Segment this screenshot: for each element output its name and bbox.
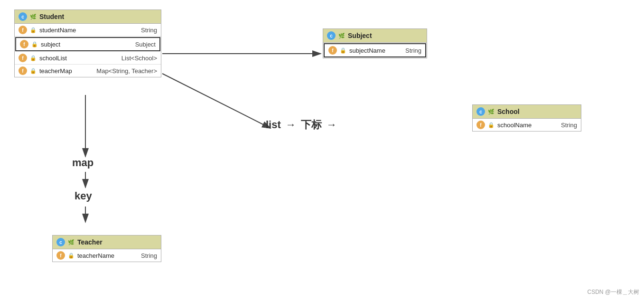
watermark: CSDN @一棵＿大树 [587,288,639,296]
field-type-teachername: String [141,252,157,259]
subject-class-name: Subject [348,32,372,39]
f-badge-1: f [19,26,27,34]
student-c-badge: c [19,12,27,21]
student-field-teachermap: f 🔒 teacherMap Map<String, Teacher> [15,65,161,77]
field-type-subjectname: String [405,47,421,54]
teacher-class-box: c 🌿 Teacher f 🔒 teacherName String [52,235,161,262]
student-field-studentname: f 🔒 studentName String [15,24,161,37]
field-type-schoolname: String [561,122,577,129]
student-class-header: c 🌿 Student [15,10,161,24]
diagram-container: c 🌿 Student f 🔒 studentName String f 🔒 s… [0,0,644,301]
lock-icon-2: 🔒 [31,41,38,47]
f-badge-3: f [19,54,27,62]
lock-icon-5: 🔒 [340,47,346,54]
svg-line-2 [162,74,271,128]
f-badge-2: f [20,40,28,48]
lock-icon-6: 🔒 [488,122,495,128]
list-subscript-label: list → 下标 → [266,118,337,132]
school-class-header: c 🌿 School [473,105,581,119]
lock-icon-3: 🔒 [30,55,37,61]
student-tree-icon: 🌿 [30,14,37,20]
f-badge-6: f [476,121,485,129]
field-type-subject: Subject [135,41,156,48]
subject-class-box: c 🌿 Subject f 🔒 subjectName String [323,28,427,58]
field-type-studentname: String [141,27,157,34]
field-type-teachermap: Map<String, Teacher> [96,67,157,75]
field-name-subjectname: subjectName [349,47,402,54]
f-badge-7: f [56,251,65,260]
field-name-subject: subject [41,41,132,48]
school-field-schoolname: f 🔒 schoolName String [473,119,581,131]
field-name-schoollist: schoolList [39,55,119,62]
arrow-1: → [286,119,296,131]
subject-c-badge: c [327,31,336,40]
school-c-badge: c [476,107,485,116]
field-type-schoollist: List<School> [121,55,157,62]
subject-tree-icon: 🌿 [338,33,345,39]
student-class-box: c 🌿 Student f 🔒 studentName String f 🔒 s… [14,9,161,77]
subscript-label: 下标 [301,118,322,132]
f-badge-4: f [19,66,27,75]
teacher-class-name: Teacher [77,238,103,246]
arrow-2: → [327,119,337,131]
lock-icon-4: 🔒 [30,68,37,74]
student-field-subject: f 🔒 subject Subject [15,37,160,51]
student-class-name: Student [39,13,64,20]
lock-icon-7: 🔒 [68,253,75,259]
teacher-tree-icon: 🌿 [68,239,75,245]
school-tree-icon: 🌿 [488,109,495,115]
student-field-schoollist: f 🔒 schoolList List<School> [15,52,161,65]
subject-class-header: c 🌿 Subject [323,29,427,43]
list-label: list [266,119,281,131]
key-label: key [75,190,92,202]
lock-icon-1: 🔒 [30,27,37,33]
school-class-box: c 🌿 School f 🔒 schoolName String [472,104,581,132]
teacher-class-header: c 🌿 Teacher [53,235,161,249]
teacher-field-teachername: f 🔒 teacherName String [53,249,161,262]
field-name-teachername: teacherName [77,252,138,259]
field-name-schoolname: schoolName [497,122,558,129]
field-name-studentname: studentName [39,27,138,34]
school-class-name: School [497,108,520,115]
teacher-c-badge: c [56,238,65,246]
subject-field-subjectname: f 🔒 subjectName String [324,43,426,57]
f-badge-5: f [328,46,337,55]
map-label: map [72,157,93,169]
field-name-teachermap: teacherMap [39,67,93,75]
